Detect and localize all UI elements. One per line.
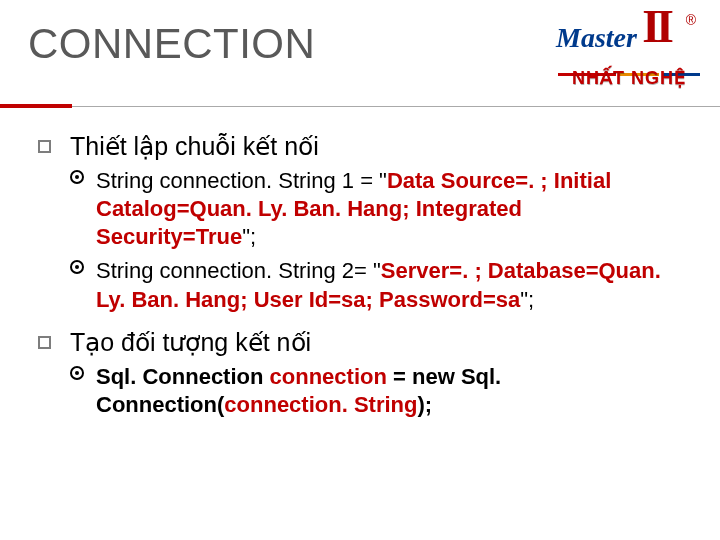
section-1-heading: Thiết lập chuỗi kết nối <box>70 132 319 160</box>
code-part-1: Sql. Connection <box>96 364 263 389</box>
section-2-heading: Tạo đối tượng kết nối <box>70 328 311 356</box>
code-part-2: connection <box>263 364 393 389</box>
slide-header: CONNECTION II Master ® NHẤT NGHỆ <box>0 0 720 112</box>
target-bullet-icon <box>70 260 84 274</box>
registered-icon: ® <box>686 12 696 28</box>
logo-brand-name: NHẤT NGHỆ <box>554 67 704 89</box>
code-prefix: String connection. String 2= " <box>96 258 381 283</box>
target-bullet-icon <box>70 366 84 380</box>
code-part-5: connection. String <box>224 392 417 417</box>
section-1-item-2: String connection. String 2= "Server=. ;… <box>70 257 684 313</box>
code-suffix: "; <box>242 224 256 249</box>
slide-content: Thiết lập chuỗi kết nối String connectio… <box>0 112 720 443</box>
code-part-6: ); <box>417 392 432 417</box>
logo-master-text: Master <box>556 22 637 54</box>
section-2-item-1: Sql. Connection connection = new Sql. Co… <box>70 363 684 419</box>
code-prefix: String connection. String 1 = " <box>96 168 387 193</box>
accent-bar <box>0 104 720 108</box>
code-suffix: "; <box>520 287 534 312</box>
logo-master-block: II Master ® <box>554 4 704 60</box>
logo-ii-text: II <box>642 4 670 50</box>
brand-logo: II Master ® NHẤT NGHỆ <box>554 4 704 89</box>
logo-divider <box>554 62 704 65</box>
target-bullet-icon <box>70 170 84 184</box>
section-2: Tạo đối tượng kết nối Sql. Connection co… <box>36 328 684 419</box>
section-1: Thiết lập chuỗi kết nối String connectio… <box>36 132 684 314</box>
section-1-item-1: String connection. String 1 = "Data Sour… <box>70 167 684 251</box>
code-part-3: = new <box>393 364 455 389</box>
